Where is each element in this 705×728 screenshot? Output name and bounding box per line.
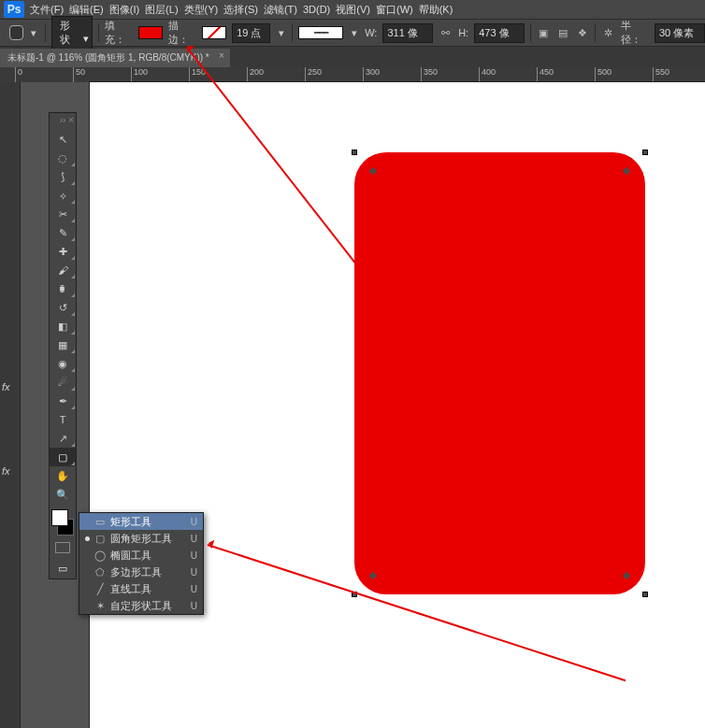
separator [530,23,531,42]
separator [595,23,596,42]
menu-edit[interactable]: 编辑(E) [69,3,104,17]
brush-tool[interactable]: 🖌 [50,261,76,279]
menu-layer[interactable]: 图层(L) [145,3,178,17]
flyout-shortcut: U [191,550,197,561]
rounded-rect-icon: ▢ [94,533,107,545]
flyout-rect-tool[interactable]: ▭ 矩形工具 U [79,513,203,530]
stroke-style-swatch[interactable]: ━━━ [298,26,343,39]
flyout-label: 椭圆工具 [110,549,151,563]
custom-shape-icon: ✶ [94,600,107,612]
fill-label: 填充： [105,19,133,47]
zoom-tool[interactable]: 🔍 [50,485,76,504]
hand-tool[interactable]: ✋ [50,466,76,485]
menu-image[interactable]: 图像(I) [109,3,139,17]
height-input[interactable]: 473 像 [474,23,525,43]
menu-type[interactable]: 类型(Y) [184,3,219,17]
canvas[interactable] [90,82,705,728]
flyout-rounded-rect-tool[interactable]: ▢ 圆角矩形工具 U [79,530,203,547]
gear-icon[interactable]: ✲ [601,25,615,40]
flyout-shortcut: U [191,517,197,527]
stroke-width-input[interactable]: 19 点 [232,23,270,43]
ruler-tick: 350 [421,67,479,82]
workspace: fx fx [0,82,705,728]
options-bar: ▾ 形状 ▾ 填充： 描边： 19 点 ▾ ━━━ ▾ W: 311 像 ⚯ H… [0,19,705,47]
ruler-tick: 450 [537,67,595,82]
ruler-tick: 0 [15,67,73,82]
flyout-polygon-tool[interactable]: ⬠ 多边形工具 U [79,564,203,580]
gradient-tool[interactable]: ▦ [50,335,76,354]
shape-tool-flyout: ▭ 矩形工具 U ▢ 圆角矩形工具 U ◯ 椭圆工具 U ⬠ 多边形工具 U ╱… [79,512,204,615]
blur-tool[interactable]: ◉ [50,354,76,373]
path-select-tool[interactable]: ↗ [50,429,76,448]
menu-file[interactable]: 文件(F) [30,3,64,17]
flyout-custom-shape-tool[interactable]: ✶ 自定形状工具 U [79,597,203,614]
flyout-label: 圆角矩形工具 [110,532,172,546]
crop-tool[interactable]: ✂ [50,205,76,223]
marquee-tool[interactable]: ◌ [50,149,76,167]
clone-stamp-tool[interactable]: ⧯ [50,279,76,298]
width-label: W: [365,27,377,38]
healing-brush-tool[interactable]: ✚ [50,242,76,261]
selection-handle[interactable] [642,592,648,597]
flyout-ellipse-tool[interactable]: ◯ 椭圆工具 U [79,547,203,564]
arrange-icon[interactable]: ❖ [575,25,589,40]
fg-bg-colors[interactable] [50,507,76,537]
ruler-corner [0,67,15,82]
flyout-line-tool[interactable]: ╱ 直线工具 U [79,580,203,597]
lasso-tool[interactable]: ⟆ [50,167,76,186]
menu-window[interactable]: 窗口(W) [376,3,413,17]
menu-filter[interactable]: 滤镜(T) [264,3,297,17]
flyout-shortcut: U [191,601,197,611]
flyout-label: 直线工具 [110,582,151,596]
ruler-tick: 150 [189,67,247,82]
flyout-shortcut: U [191,534,197,544]
type-tool[interactable]: T [50,410,76,429]
ruler-tick: 100 [131,67,189,82]
rounded-rectangle-shape[interactable] [354,152,645,594]
flyout-shortcut: U [191,567,197,578]
eyedropper-tool[interactable]: ✎ [50,223,76,242]
ellipse-icon: ◯ [94,550,107,562]
menu-3d[interactable]: 3D(D) [303,4,330,15]
ruler-tick: 250 [305,67,363,82]
fx-icon[interactable]: fx [2,381,10,393]
document-tab-bar: 未标题-1 @ 116% (圆角矩形 1, RGB/8(CMYK)) * × [0,47,705,67]
shape-mode-select[interactable]: 形状 ▾ [51,16,93,50]
menu-view[interactable]: 视图(V) [336,3,370,17]
screen-mode-icon[interactable]: ▭ [50,558,76,578]
quick-select-tool[interactable]: ⟡ [50,186,76,205]
polygon-icon: ⬠ [94,566,107,578]
fill-color-swatch[interactable] [138,26,163,39]
flyout-label: 多边形工具 [110,565,162,579]
quick-mask-icon[interactable] [50,537,76,558]
fg-color-swatch[interactable] [51,509,68,526]
menu-select[interactable]: 选择(S) [223,3,258,17]
shape-tool[interactable]: ▢ [50,448,76,466]
link-wh-icon[interactable]: ⚯ [439,25,453,40]
current-tool-icon[interactable] [9,25,23,40]
history-brush-tool[interactable]: ↺ [50,298,76,317]
stroke-width-dropdown-icon[interactable]: ▾ [276,27,286,38]
ruler-tick: 500 [595,67,653,82]
close-tab-icon[interactable]: × [219,50,224,61]
eraser-tool[interactable]: ◧ [50,317,76,335]
stroke-style-dropdown-icon[interactable]: ▾ [349,27,359,38]
align-icon[interactable]: ▤ [556,25,570,40]
dodge-tool[interactable]: ☄ [50,373,76,392]
left-collapsed-panels[interactable]: fx fx [0,82,21,728]
radius-input[interactable]: 30 像素 [655,23,705,43]
selection-handle[interactable] [642,150,648,155]
menu-help[interactable]: 帮助(K) [419,3,453,17]
toolbox: ↖ ◌ ⟆ ⟡ ✂ ✎ ✚ 🖌 ⧯ ↺ ◧ ▦ ◉ ☄ ✒ T ↗ ▢ ✋ 🔍 … [49,112,77,579]
flyout-shortcut: U [191,584,197,594]
path-ops-icon[interactable]: ▣ [537,25,551,40]
move-tool[interactable]: ↖ [50,130,76,149]
fx-icon[interactable]: fx [2,465,10,477]
pen-tool[interactable]: ✒ [50,392,76,410]
stroke-color-swatch[interactable] [202,26,226,39]
width-input[interactable]: 311 像 [382,23,433,43]
tool-preset-dropdown-icon[interactable]: ▾ [29,27,39,38]
document-tab-title: 未标题-1 @ 116% (圆角矩形 1, RGB/8(CMYK)) * [7,52,209,63]
flyout-label: 矩形工具 [110,515,151,529]
selection-handle[interactable] [352,150,357,155]
